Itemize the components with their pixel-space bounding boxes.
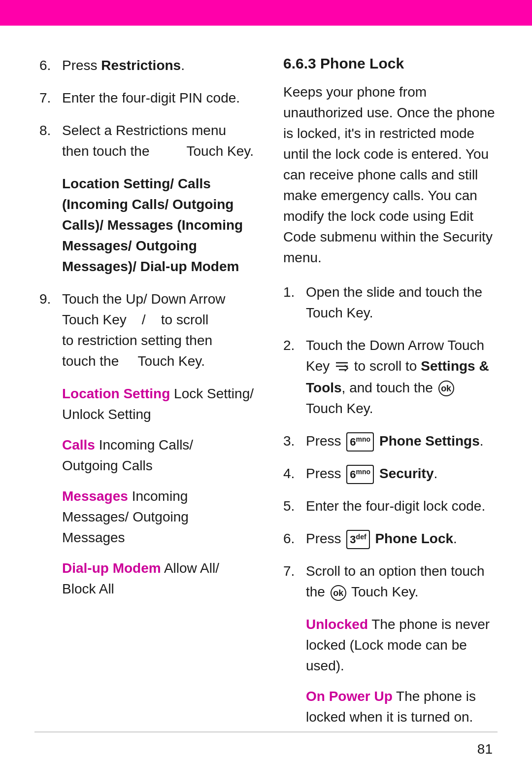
heading-line5: Messages)/ Dial-up Modem [62,259,239,274]
settings-tools-label: Settings &Tools [306,358,489,395]
right-item-2-num: 2. [283,335,301,419]
right-item-4: 4. Press 6mno Security. [283,463,498,484]
left-column: 6. Press Restrictions. 7. Enter the four… [39,55,254,737]
unlocked-subsection: Unlocked The phone is never locked (Lock… [306,614,498,676]
item-8: 8. Select a Restrictions menuthen touch … [39,120,254,162]
top-bar [0,0,532,26]
page-number: 81 [477,741,493,757]
right-item-6-num: 6. [283,528,301,549]
item-6: 6. Press Restrictions. [39,55,254,76]
right-item-5-text: Enter the four-digit lock code. [306,496,498,517]
messages-subsection: Messages IncomingMessages/ OutgoingMessa… [62,486,254,548]
on-power-up-subsection: On Power Up The phone is locked when it … [306,686,498,728]
ok-icon: ok [438,381,454,396]
item-9-num: 9. [39,289,57,372]
item-7-text: Enter the four-digit PIN code. [62,88,254,108]
right-item-2: 2. Touch the Down Arrow Touch Key to scr… [283,335,498,419]
location-setting-subsection: Location Setting Lock Setting/Unlock Set… [62,383,254,425]
right-item-5: 5. Enter the four-digit lock code. [283,496,498,517]
heading-line4: Messages/ Outgoing [62,238,197,253]
heading-line2: (Incoming Calls/ Outgoing [62,197,233,212]
right-item-1-text: Open the slide and touch theTouch Key. [306,282,498,323]
key-6mno-1: 6mno [346,432,374,452]
right-item-3-num: 3. [283,431,301,452]
restrictions-label: Restrictions [101,58,181,73]
item-6-num: 6. [39,55,57,76]
dialup-subsection: Dial-up Modem Allow All/Block All [62,558,254,599]
item-7-num: 7. [39,88,57,108]
heading-line3: Calls)/ Messages (Incoming [62,217,243,233]
security-label: Security [379,466,434,481]
unlocked-label: Unlocked [306,617,368,632]
page-divider [34,731,498,732]
right-item-4-text: Press 6mno Security. [306,463,498,484]
calls-label: Calls [62,437,95,452]
item-8-num: 8. [39,120,57,162]
on-power-up-label: On Power Up [306,689,393,704]
right-item-7: 7. Scroll to an option then touchthe ok … [283,561,498,602]
calls-subsection: Calls Incoming Calls/Outgoing Calls [62,435,254,476]
menu-arrow-icon [335,357,349,378]
item-9-text: Touch the Up/ Down Arrow Touch Key / to … [62,289,254,372]
right-item-5-num: 5. [283,496,301,517]
right-item-7-text: Scroll to an option then touchthe ok Tou… [306,561,498,602]
page-content: 6. Press Restrictions. 7. Enter the four… [0,26,532,765]
right-column: 6.6.3 Phone Lock Keeps your phone from u… [283,55,498,737]
phone-settings-label: Phone Settings [379,433,480,449]
dialup-label: Dial-up Modem [62,560,161,576]
right-item-1: 1. Open the slide and touch theTouch Key… [283,282,498,323]
location-setting-label: Location Setting [62,386,170,401]
right-item-2-text: Touch the Down Arrow Touch Key to scroll… [306,335,498,419]
phone-lock-intro: Keeps your phone from unauthorized use. … [283,82,498,268]
phone-lock-label: Phone Lock [375,531,453,546]
ok-icon-2: ok [331,585,346,601]
right-item-1-num: 1. [283,282,301,323]
right-item-7-num: 7. [283,561,301,602]
item-9: 9. Touch the Up/ Down Arrow Touch Key / … [39,289,254,372]
right-item-4-num: 4. [283,463,301,484]
item-7: 7. Enter the four-digit PIN code. [39,88,254,108]
key-6mno-2: 6mno [346,465,374,484]
key-3def: 3def [346,530,369,549]
section-663-heading: 6.6.3 Phone Lock [283,55,498,72]
messages-label: Messages [62,488,128,504]
heading-line1: Location Setting/ Calls [62,176,211,191]
right-item-6-text: Press 3def Phone Lock. [306,528,498,549]
right-item-3-text: Press 6mno Phone Settings. [306,431,498,452]
location-setting-heading: Location Setting/ Calls (Incoming Calls/… [62,174,254,277]
item-8-text: Select a Restrictions menuthen touch the… [62,120,254,162]
right-item-6: 6. Press 3def Phone Lock. [283,528,498,549]
right-item-3: 3. Press 6mno Phone Settings. [283,431,498,452]
item-6-text: Press Restrictions. [62,55,254,76]
